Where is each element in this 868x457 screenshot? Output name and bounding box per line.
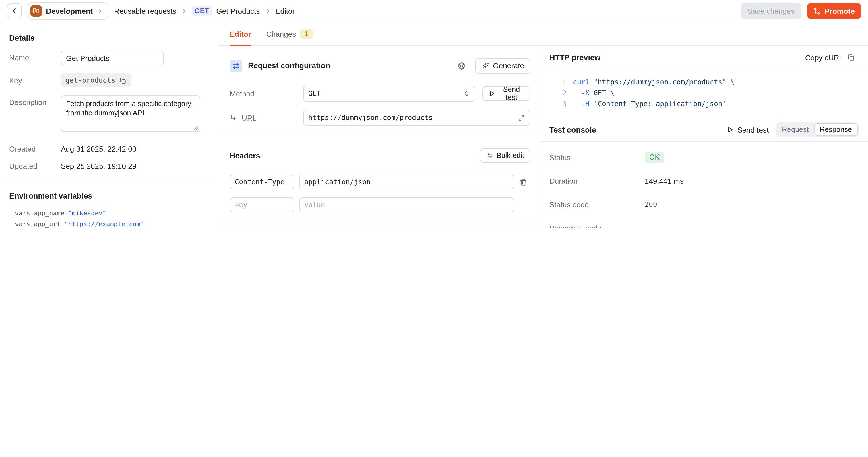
request-swap-icon — [229, 59, 242, 72]
copy-curl-button[interactable]: Copy cURL — [802, 53, 859, 62]
header-value-input-empty[interactable] — [299, 198, 515, 213]
chevron-right-icon — [181, 8, 187, 14]
status-label: Status — [549, 153, 645, 162]
breadcrumb: Reusable requests GET Get Products Edito… — [114, 6, 295, 16]
expand-icon[interactable] — [518, 114, 525, 122]
breadcrumb-reusable-requests[interactable]: Reusable requests — [114, 7, 176, 15]
response-body-label: Response body — [549, 224, 645, 228]
request-editor-panel: Request configuration — [218, 46, 540, 228]
copy-icon — [847, 53, 856, 61]
key-row: Key get-products — [9, 73, 208, 87]
header-key-input-empty[interactable] — [229, 198, 294, 213]
copy-icon — [119, 77, 127, 84]
trash-icon — [519, 178, 528, 187]
created-value: Aug 31 2025, 22:42:00 — [61, 142, 136, 153]
promote-button[interactable]: Promote — [807, 3, 861, 19]
code-line: 1curl "https://dummyjson.com/products" \ — [548, 77, 860, 88]
environment-variable-row: vars.app_url "https://example.com" — [9, 219, 208, 228]
method-label: Method — [229, 90, 303, 98]
play-icon — [489, 90, 495, 97]
duration-row: Duration 149.441 ms — [549, 175, 859, 187]
updated-value: Sep 25 2025, 19:10:29 — [61, 159, 136, 171]
environment-folder-icon — [30, 5, 42, 17]
tab-editor[interactable]: Editor — [229, 22, 251, 45]
url-input[interactable]: https://dummyjson.com/products — [303, 110, 530, 126]
environment-variables-title: Environment variables — [9, 192, 208, 201]
name-input[interactable] — [61, 51, 164, 65]
response-body-row: Response body — [549, 222, 859, 228]
toggle-response[interactable]: Response — [814, 123, 858, 136]
test-console-results: Status OK Duration 149.441 ms Status cod… — [540, 142, 868, 228]
gear-icon — [457, 61, 466, 70]
back-button[interactable] — [7, 3, 22, 19]
chevron-updown-icon — [463, 90, 470, 97]
code-line: 3 -H 'Content-Type: application/json' — [548, 99, 860, 110]
url-label: URL — [229, 114, 303, 122]
updated-label: Updated — [9, 159, 61, 171]
elbow-arrow-icon — [229, 114, 237, 122]
header-key-input[interactable] — [229, 175, 294, 190]
send-test-button[interactable]: Send test — [482, 86, 530, 101]
details-sidebar: Details Name Key get-products — [0, 22, 218, 228]
status-code-row: Status code 200 — [549, 198, 859, 211]
curl-preview-code: 1curl "https://dummyjson.com/products" \… — [540, 69, 868, 118]
console-send-test-button[interactable]: Send test — [727, 125, 769, 134]
environment-variables-list: vars.app_name "mikesdev"vars.app_url "ht… — [9, 208, 208, 228]
details-title: Details — [9, 34, 208, 42]
headers-title: Headers — [229, 152, 260, 160]
breadcrumb-editor[interactable]: Editor — [275, 7, 295, 15]
headers-bulk-edit-button[interactable]: Bulk edit — [480, 148, 530, 163]
duration-value: 149.441 ms — [645, 177, 684, 185]
chevron-right-icon — [97, 8, 103, 14]
http-preview-title: HTTP preview — [549, 53, 600, 62]
environment-switcher[interactable]: Development — [28, 2, 108, 20]
copy-key-button[interactable] — [119, 77, 127, 84]
request-response-toggle: Request Response — [776, 122, 859, 137]
generate-button[interactable]: Generate — [475, 58, 530, 74]
code-line: 2 -X GET \ — [548, 88, 860, 99]
created-label: Created — [9, 142, 61, 153]
settings-gear-button[interactable] — [456, 60, 467, 71]
request-method-badge: GET — [192, 6, 212, 16]
changes-count-badge: 1 — [300, 29, 313, 39]
updated-row: Updated Sep 25 2025, 19:10:29 — [9, 159, 208, 171]
status-row: Status OK — [549, 151, 859, 164]
delete-header-button[interactable] — [519, 178, 530, 187]
app-window: Development Reusable requests GET Get Pr… — [0, 0, 868, 228]
chevron-right-icon — [265, 8, 271, 14]
preview-panel: HTTP preview Copy cURL 1curl "https://du… — [540, 46, 868, 228]
environment-variable-row: vars.app_name "mikesdev" — [9, 208, 208, 219]
sparkles-icon — [482, 62, 490, 70]
top-bar: Development Reusable requests GET Get Pr… — [0, 0, 868, 22]
status-code-value: 200 — [645, 201, 657, 208]
status-badge: OK — [645, 152, 664, 163]
key-label: Key — [9, 73, 61, 85]
name-label: Name — [9, 51, 61, 62]
editor-tab-bar: Editor Changes 1 — [218, 22, 868, 46]
status-code-label: Status code — [549, 200, 645, 209]
chevron-left-icon — [10, 7, 19, 15]
key-value-pill: get-products — [61, 73, 131, 87]
tab-changes[interactable]: Changes 1 — [266, 22, 313, 45]
toggle-request[interactable]: Request — [777, 123, 814, 136]
save-changes-button[interactable]: Save changes — [741, 3, 802, 19]
play-icon — [727, 126, 734, 133]
request-configuration-title: Request configuration — [248, 61, 450, 70]
breadcrumb-request-name[interactable]: Get Products — [216, 7, 260, 15]
promote-branch-icon — [814, 7, 821, 14]
description-label: Description — [9, 95, 61, 107]
main-area: Editor Changes 1 Request configuration — [218, 22, 868, 228]
bulk-edit-icon — [486, 152, 493, 159]
header-value-input[interactable] — [299, 175, 515, 190]
method-select[interactable]: GET — [303, 86, 475, 102]
environment-name: Development — [46, 7, 93, 15]
description-textarea[interactable]: Fetch products from a specific category … — [61, 95, 200, 132]
name-row: Name — [9, 51, 208, 65]
test-console-title: Test console — [549, 125, 596, 134]
description-row: Description Fetch products from a specif… — [9, 95, 208, 134]
duration-label: Duration — [549, 177, 645, 185]
created-row: Created Aug 31 2025, 22:42:00 — [9, 142, 208, 153]
